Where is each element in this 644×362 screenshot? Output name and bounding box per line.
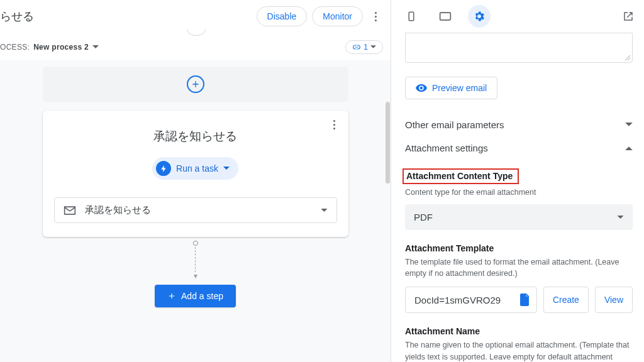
bolt-icon <box>156 161 171 176</box>
monitor-button[interactable]: Monitor <box>312 6 363 26</box>
plus-icon <box>167 292 176 300</box>
field-content-type: Attachment Content Type Content type for… <box>405 168 633 230</box>
content-type-value: PDF <box>414 212 433 222</box>
run-task-pill[interactable]: Run a task <box>152 157 238 180</box>
settings-panel: Preview email Other email parameters Att… <box>391 0 644 362</box>
canvas-inner: 承認を知らせる Run a task 承認を知らせる <box>43 67 348 307</box>
preview-email-button[interactable]: Preview email <box>405 77 497 99</box>
tablet-preview-button[interactable] <box>434 5 457 28</box>
automation-canvas: 承認を知らせる Run a task 承認を知らせる <box>0 60 391 362</box>
field-attachment-template: Attachment Template The template file us… <box>405 243 633 313</box>
process-selector[interactable]: OCESS: New process 2 <box>0 43 99 52</box>
template-value: DocId=1smGVRO29 <box>414 295 501 305</box>
chevron-up-icon <box>625 146 633 150</box>
chevron-down-icon <box>617 216 624 219</box>
resize-handle-icon <box>625 55 631 61</box>
textarea-preview[interactable] <box>405 33 633 63</box>
gear-icon <box>473 10 486 23</box>
connector: ▾ <box>195 241 196 278</box>
eye-icon <box>416 84 427 92</box>
svg-rect-1 <box>440 13 451 20</box>
device-icons <box>400 5 491 28</box>
plus-icon <box>191 79 201 89</box>
settings-body: Preview email Other email parameters Att… <box>391 33 644 362</box>
preview-email-label: Preview email <box>432 83 487 93</box>
open-external-icon <box>623 11 634 22</box>
task-select[interactable]: 承認を知らせる <box>54 197 337 223</box>
tab-notch <box>183 29 208 36</box>
phone-preview-button[interactable] <box>400 5 423 28</box>
field-desc-content-type: Content type for the email attachment <box>405 187 633 198</box>
link-count: 1 <box>364 43 368 52</box>
chevron-down-icon <box>223 167 230 170</box>
create-button[interactable]: Create <box>543 287 589 313</box>
template-row: DocId=1smGVRO29 Create View <box>405 287 633 313</box>
svg-rect-0 <box>409 12 414 21</box>
process-label: OCESS: <box>0 43 30 52</box>
field-label-name: Attachment Name <box>405 326 480 336</box>
more-menu-button[interactable] <box>368 9 383 24</box>
open-external-button[interactable] <box>623 11 634 22</box>
scrollbar[interactable] <box>386 102 390 184</box>
field-label-content-type: Attachment Content Type <box>402 168 519 184</box>
kebab-icon <box>333 120 335 129</box>
phone-icon <box>406 11 417 22</box>
right-toolbar <box>391 0 644 33</box>
document-icon <box>520 293 530 306</box>
field-label-template: Attachment Template <box>405 243 494 253</box>
field-attachment-name: Attachment Name The name given to the op… <box>405 326 633 362</box>
field-desc-template: The template file used to format the ema… <box>405 256 633 279</box>
add-step-label: Add a step <box>181 291 223 301</box>
card-title: 承認を知らせる <box>54 128 337 145</box>
chevron-down-icon <box>92 45 99 49</box>
card-more-button[interactable] <box>327 117 342 132</box>
selected-task-label: 承認を知らせる <box>85 204 151 216</box>
add-step-top-zone <box>43 67 348 102</box>
chevron-down-icon <box>625 123 633 127</box>
process-row: OCESS: New process 2 1 <box>0 36 391 60</box>
field-desc-name: The name given to the optional email att… <box>405 339 633 362</box>
section-attachment-settings[interactable]: Attachment settings <box>405 136 633 160</box>
tablet-icon <box>439 11 452 22</box>
content-type-select[interactable]: PDF <box>405 204 633 230</box>
section-label: Other email parameters <box>405 119 504 130</box>
view-button[interactable]: View <box>595 287 633 313</box>
section-label: Attachment settings <box>405 143 488 153</box>
run-task-row: Run a task <box>54 157 337 180</box>
process-name: New process 2 <box>33 43 89 52</box>
link-icon <box>352 43 361 52</box>
section-other-email-params[interactable]: Other email parameters <box>405 113 633 136</box>
kebab-icon <box>375 12 377 21</box>
add-step-top-button[interactable] <box>187 75 204 93</box>
chevron-down-icon <box>370 45 376 49</box>
settings-button[interactable] <box>468 5 491 28</box>
mail-icon <box>64 206 76 216</box>
disable-button[interactable]: Disable <box>257 6 308 26</box>
run-task-label: Run a task <box>176 163 218 173</box>
add-step-button[interactable]: Add a step <box>155 285 236 307</box>
header-actions: Disable Monitor <box>257 6 383 26</box>
step-card[interactable]: 承認を知らせる Run a task 承認を知らせる <box>43 111 348 237</box>
template-input[interactable]: DocId=1smGVRO29 <box>405 287 537 313</box>
chevron-down-icon <box>321 209 328 212</box>
automation-editor: らせる Disable Monitor OCESS: New process 2… <box>0 0 391 362</box>
page-title: らせる <box>0 9 34 24</box>
linked-count-badge[interactable]: 1 <box>345 40 383 54</box>
